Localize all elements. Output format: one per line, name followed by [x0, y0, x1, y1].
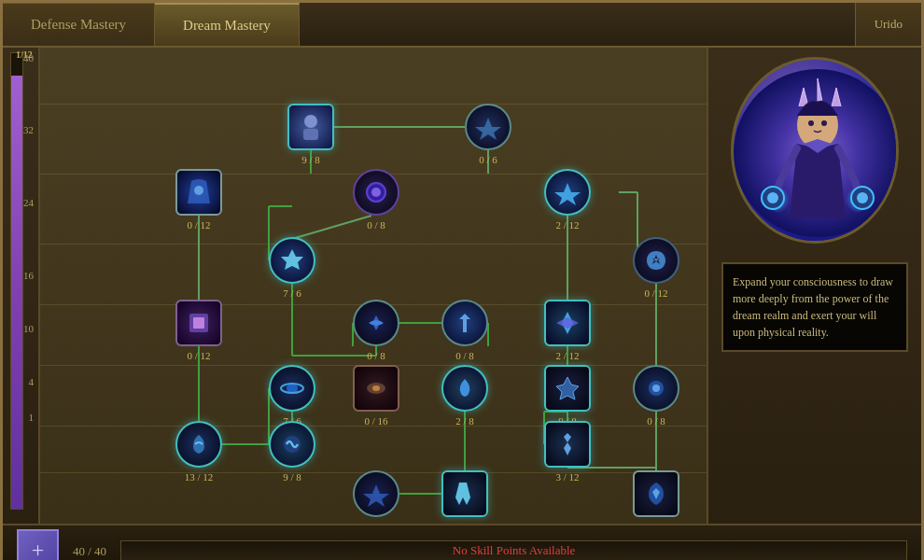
undo-button[interactable]: Urido — [855, 3, 921, 46]
xp-bar-fill — [11, 76, 22, 509]
skill-count-s13: 0 / 16 — [364, 415, 387, 427]
bottom-bar: + 40 / 40 No Skill Points Available — [3, 524, 921, 560]
skill-node-s15[interactable]: 9 / 8 — [544, 365, 591, 412]
skill-node-s16[interactable]: 0 / 8 — [633, 365, 679, 412]
skill-count-s8: 0 / 12 — [187, 350, 210, 361]
skill-node-s5[interactable]: 2 / 12 — [544, 169, 591, 216]
skill-count-s17: 13 / 12 — [185, 471, 214, 483]
scale-16: 16 — [23, 270, 34, 281]
skill-count-s9: 0 / 8 — [367, 350, 385, 361]
skill-count-s21: 3 / 12 — [453, 521, 476, 524]
tab-dream-mastery[interactable]: Dream Mastery — [155, 3, 300, 46]
svg-point-55 — [767, 192, 778, 203]
skill-count-s20: 0 / 8 — [367, 521, 385, 524]
main-window: Defense Mastery Dream Mastery Urido 1/12… — [0, 0, 924, 560]
svg-line-2 — [292, 216, 371, 239]
grid-lines — [40, 48, 707, 524]
svg-marker-40 — [281, 249, 303, 270]
skill-node-s13[interactable]: 0 / 16 — [353, 365, 399, 412]
skill-node-s17[interactable]: 13 / 12 — [175, 421, 222, 468]
skill-node-s2[interactable]: 0 / 6 — [465, 104, 511, 150]
skill-node-s9[interactable]: 0 / 8 — [353, 300, 399, 346]
svg-point-37 — [194, 186, 203, 195]
skill-node-s11[interactable]: 2 / 12 — [544, 300, 591, 346]
skill-node-s21[interactable]: 3 / 12 — [441, 470, 488, 517]
right-panel: Expand your consciousness to draw more d… — [707, 48, 921, 524]
tab-spacer — [300, 3, 855, 46]
skill-node-s1[interactable]: 9 / 8 — [287, 104, 334, 150]
svg-rect-42 — [193, 317, 204, 329]
skill-node-s8[interactable]: 0 / 12 — [175, 300, 222, 346]
skill-tooltip: Expand your consciousness to draw more d… — [721, 262, 908, 352]
scale-40: 40 — [23, 52, 34, 63]
skill-node-s19[interactable]: 3 / 12 — [544, 421, 591, 468]
scale-10: 10 — [23, 323, 34, 334]
svg-point-59 — [821, 120, 827, 126]
tab-bar: Defense Mastery Dream Mastery Urido — [3, 3, 921, 48]
skill-node-s18[interactable]: 9 / 8 — [269, 421, 315, 468]
skill-node-s14[interactable]: 2 / 8 — [441, 365, 488, 412]
xp-bar-container — [10, 52, 23, 510]
scale-bar: 1/12 40 32 24 16 10 4 1 — [3, 48, 40, 524]
scale-1: 1 — [29, 412, 35, 423]
skill-count-s19: 3 / 12 — [555, 471, 579, 483]
character-portrait — [731, 57, 899, 244]
skill-node-s6[interactable]: 7 / 6 — [269, 237, 315, 284]
skill-count-s4: 0 / 8 — [367, 219, 385, 231]
svg-point-57 — [857, 192, 868, 203]
skill-node-s4[interactable]: 0 / 8 — [353, 169, 399, 216]
tab-defense-mastery[interactable]: Defense Mastery — [3, 3, 155, 46]
scale-24: 24 — [23, 197, 34, 208]
skill-node-s3[interactable]: 0 / 12 — [175, 169, 222, 216]
skill-count-s18: 9 / 8 — [283, 471, 301, 483]
character-svg — [734, 60, 899, 244]
skill-node-s7[interactable]: 0 / 12 — [633, 237, 679, 284]
skill-count-s7: 0 / 12 — [644, 287, 667, 299]
add-point-button[interactable]: + — [17, 529, 59, 560]
scale-4: 4 — [29, 376, 35, 387]
skill-count-s22: 0 / 12 — [644, 521, 667, 524]
skill-count-s16: 0 / 8 — [647, 415, 665, 427]
points-counter: 40 / 40 — [73, 542, 106, 559]
svg-rect-36 — [303, 129, 318, 140]
svg-point-58 — [808, 120, 814, 126]
svg-point-46 — [372, 385, 380, 391]
svg-point-35 — [304, 115, 317, 128]
svg-point-39 — [371, 188, 381, 197]
connectors-svg — [40, 48, 707, 524]
skill-count-s5: 2 / 12 — [555, 219, 579, 231]
svg-point-48 — [652, 385, 660, 392]
skill-grid: 9 / 8 0 / 6 0 / 12 0 / — [40, 48, 707, 524]
skill-node-s10[interactable]: 0 / 8 — [441, 300, 488, 346]
skill-node-s22[interactable]: 0 / 12 — [633, 470, 679, 517]
skill-count-s6: 7 / 6 — [283, 287, 301, 299]
skill-count-s14: 2 / 8 — [455, 415, 474, 427]
skill-count-s2: 0 / 6 — [479, 154, 497, 165]
skill-count-s3: 0 / 12 — [187, 219, 210, 231]
scale-32: 32 — [23, 124, 34, 135]
skill-count-s11: 2 / 12 — [555, 350, 579, 361]
skill-count-s1: 9 / 8 — [301, 154, 320, 165]
skill-node-s12[interactable]: 7 / 6 — [269, 365, 315, 412]
skill-node-s20[interactable]: 0 / 8 — [353, 470, 399, 517]
main-content-area: 1/12 40 32 24 16 10 4 1 — [3, 48, 921, 524]
skill-count-s10: 0 / 8 — [455, 350, 474, 361]
skill-points-bar: No Skill Points Available — [120, 540, 907, 561]
